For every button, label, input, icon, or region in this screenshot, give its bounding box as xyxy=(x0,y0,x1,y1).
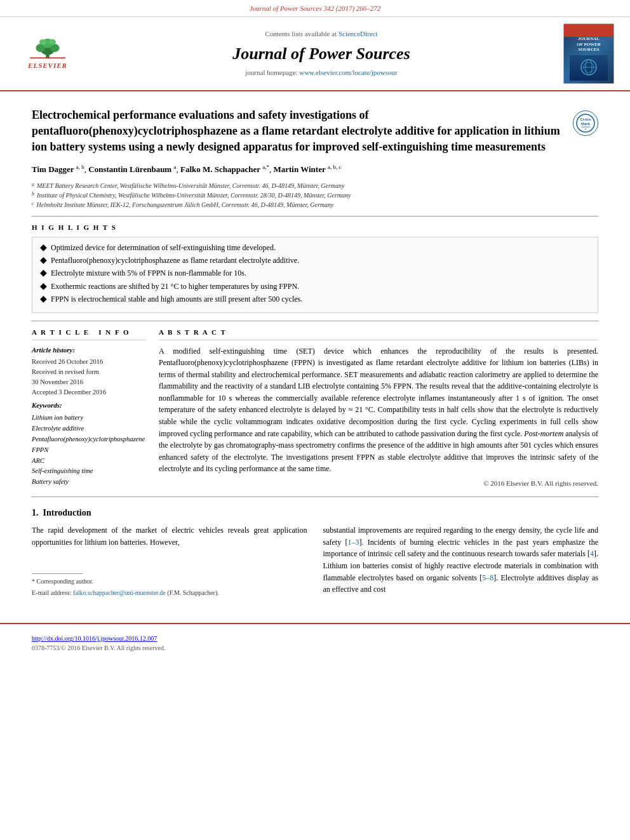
revised-text: Received in revised form xyxy=(32,367,146,377)
sciencedirect-anchor[interactable]: ScienceDirect xyxy=(338,30,378,37)
highlight-item-3: ◆ Electrolyte mixture with 5% of FPPN is… xyxy=(40,268,590,279)
svg-rect-7 xyxy=(30,57,65,58)
sciencedirect-link[interactable]: Contents lists available at ScienceDirec… xyxy=(265,29,377,39)
affiliation-c-text: Helmholtz Institute Münster, IEK-12, For… xyxy=(37,200,334,210)
divider-3 xyxy=(32,497,598,497)
highlights-section: H I G H L I G H T S ◆ Optimized device f… xyxy=(32,223,598,313)
article-title: Electrochemical performance evaluations … xyxy=(32,107,563,156)
keyword-7: Battery safety xyxy=(32,477,146,488)
abstract-text: A modified self-extinguishing time (SET)… xyxy=(159,345,598,476)
ref-link-4[interactable]: 4 xyxy=(590,549,594,558)
affiliation-b: b Institute of Physical Chemistry, Westf… xyxy=(32,190,598,200)
highlights-heading: H I G H L I G H T S xyxy=(32,223,598,233)
intro-right-text: substantial improvements are required re… xyxy=(323,524,599,596)
highlight-text-2: Pentafluoro(phenoxy)cyclotriphosphazene … xyxy=(51,255,299,266)
highlight-item-2: ◆ Pentafluoro(phenoxy)cyclotriphosphazen… xyxy=(40,255,590,266)
author-3-sup: a,* xyxy=(262,164,269,170)
journal-cover-image: JOURNALOF POWERSOURCES xyxy=(563,23,614,84)
bullet-5: ◆ xyxy=(40,294,47,305)
intro-right-col: substantial improvements are required re… xyxy=(323,524,599,597)
keywords-subheading: Keywords: xyxy=(32,401,146,411)
keywords-list: Lithium ion battery Electrolyte additive… xyxy=(32,413,146,488)
copyright-line: © 2016 Elsevier B.V. All rights reserved… xyxy=(159,479,598,489)
author-2: Constantin Lürenbaum xyxy=(88,164,171,174)
journal-header-center: Contents lists available at ScienceDirec… xyxy=(89,23,554,84)
keyword-5: ARC xyxy=(32,456,146,467)
elsevier-logo-area: ELSEVIER xyxy=(13,23,83,84)
keyword-2: Electrolyte additive xyxy=(32,423,146,434)
svg-text:✓: ✓ xyxy=(584,127,587,131)
divider-2 xyxy=(32,321,598,321)
keyword-6: Self-extinguishing time xyxy=(32,466,146,477)
main-content: Electrochemical performance evaluations … xyxy=(0,91,630,611)
revised-date-text: 30 November 2016 xyxy=(32,377,146,387)
bullet-1: ◆ xyxy=(40,243,47,253)
keyword-4: FPPN xyxy=(32,445,146,456)
highlights-box: ◆ Optimized device for determination of … xyxy=(32,237,598,313)
highlight-item-1: ◆ Optimized device for determination of … xyxy=(40,243,590,253)
intro-two-col: The rapid development of the market of e… xyxy=(32,524,598,597)
issn-line: 0378-7753/© 2016 Elsevier B.V. All right… xyxy=(32,644,598,653)
doi-line[interactable]: http://dx.doi.org/10.1016/j.jpowsour.201… xyxy=(32,634,598,644)
journal-citation: Journal of Power Sources 342 (2017) 266–… xyxy=(250,4,381,12)
ref-link-5-8[interactable]: 5–8 xyxy=(482,573,493,582)
homepage-anchor[interactable]: www.elsevier.com/locate/jpowsour xyxy=(299,69,397,76)
highlight-text-5: FPPN is electrochemical stable and high … xyxy=(51,294,302,305)
author-4: Martin Winter xyxy=(274,164,326,174)
introduction-section: 1. Introduction The rapid development of… xyxy=(32,507,598,597)
email-link[interactable]: falko.schappacher@uni-muenster.de xyxy=(73,589,166,596)
elsevier-logo: ELSEVIER xyxy=(19,36,76,71)
intro-heading: 1. Introduction xyxy=(32,507,598,519)
author-2-sup: a xyxy=(173,164,176,170)
author-1: Tim Dagger xyxy=(32,164,74,174)
journal-header: ELSEVIER Contents lists available at Sci… xyxy=(0,17,630,91)
authors-section: Tim Dagger a, b, Constantin Lürenbaum a,… xyxy=(32,163,598,176)
accepted-text: Accepted 3 December 2016 xyxy=(32,387,146,397)
footer-area: http://dx.doi.org/10.1016/j.jpowsour.201… xyxy=(0,623,630,659)
affiliation-c: c Helmholtz Institute Münster, IEK-12, F… xyxy=(32,200,598,210)
highlight-text-3: Electrolyte mixture with 5% of FPPN is n… xyxy=(51,268,246,279)
intro-left-text: The rapid development of the market of e… xyxy=(32,524,307,548)
post-mortem-italic: Post-mortem xyxy=(524,429,563,438)
page-wrapper: Journal of Power Sources 342 (2017) 266–… xyxy=(0,0,630,840)
svg-text:Mark: Mark xyxy=(581,122,591,126)
bullet-4: ◆ xyxy=(40,281,47,292)
ref-link-1-3[interactable]: 1–3 xyxy=(347,538,359,547)
affiliation-a-text: MEET Battery Research Center, Westfälisc… xyxy=(37,181,345,190)
keyword-1: Lithium ion battery xyxy=(32,413,146,423)
svg-point-6 xyxy=(49,39,56,45)
crossmark-badge[interactable]: Cross Mark ✓ xyxy=(573,110,598,136)
keyword-3: Pentafluoro(phenoxy)cyclotriphosphazene xyxy=(32,434,146,445)
history-subheading: Article history: xyxy=(32,345,146,356)
svg-text:Cross: Cross xyxy=(580,117,591,121)
article-title-section: Electrochemical performance evaluations … xyxy=(32,101,598,156)
doi-link[interactable]: http://dx.doi.org/10.1016/j.jpowsour.201… xyxy=(32,635,157,642)
bullet-2: ◆ xyxy=(40,255,47,266)
top-citation-bar: Journal of Power Sources 342 (2017) 266–… xyxy=(0,0,630,17)
author-3: Falko M. Schappacher xyxy=(180,164,260,174)
journal-title: Journal of Power Sources xyxy=(232,42,410,66)
author-1-sup: a, b xyxy=(76,164,84,170)
highlight-item-4: ◆ Exothermic reactions are shifted by 21… xyxy=(40,281,590,292)
abstract-heading: A B S T R A C T xyxy=(159,328,598,340)
email-footnote: E-mail address: falko.schappacher@uni-mu… xyxy=(32,589,307,598)
article-info-column: A R T I C L E I N F O Article history: R… xyxy=(32,328,146,489)
info-abstract-section: A R T I C L E I N F O Article history: R… xyxy=(32,328,598,489)
journal-cover-area: JOURNALOF POWERSOURCES xyxy=(560,23,617,84)
highlight-text-4: Exothermic reactions are shifted by 21 °… xyxy=(51,281,299,292)
highlight-text-1: Optimized device for determination of se… xyxy=(51,243,276,253)
cover-inner: JOURNALOF POWERSOURCES xyxy=(568,35,609,81)
elsevier-tree-icon xyxy=(29,36,67,60)
author-4-sup: a, b, c xyxy=(328,164,342,170)
corresponding-footnote: * Corresponding author. xyxy=(32,577,307,587)
elsevier-brand-text: ELSEVIER xyxy=(28,61,67,71)
journal-homepage-link[interactable]: journal homepage: www.elsevier.com/locat… xyxy=(245,68,397,78)
thermal-keyword: thermal xyxy=(186,370,210,379)
divider-1 xyxy=(32,216,598,217)
abstract-column: A B S T R A C T A modified self-extingui… xyxy=(159,328,598,489)
affiliation-a: a MEET Battery Research Center, Westfäli… xyxy=(32,181,598,190)
bullet-3: ◆ xyxy=(40,268,47,279)
highlight-item-5: ◆ FPPN is electrochemical stable and hig… xyxy=(40,294,590,305)
svg-point-5 xyxy=(39,39,46,45)
intro-left-col: The rapid development of the market of e… xyxy=(32,524,307,597)
